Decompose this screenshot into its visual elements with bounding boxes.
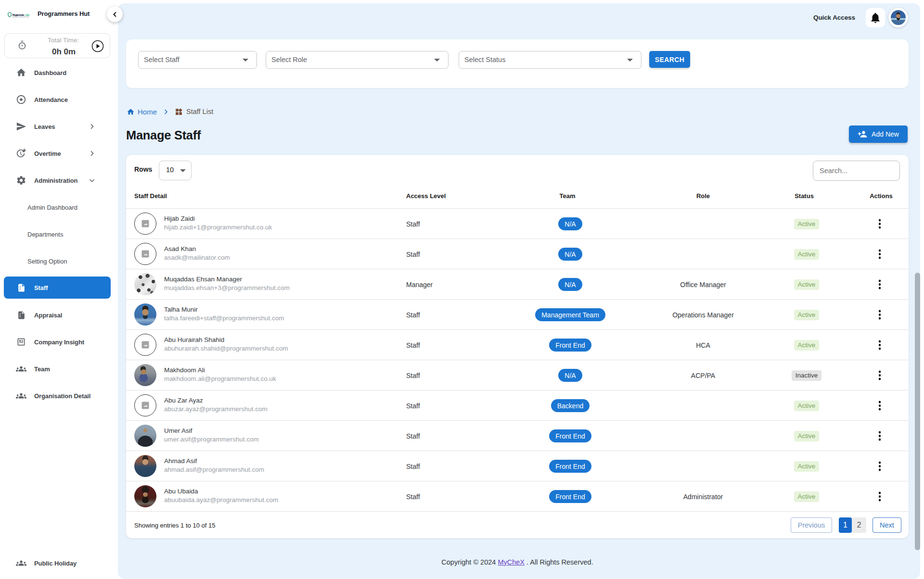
svg-text:Programmers: Programmers (13, 13, 25, 16)
svg-text:Hut: Hut (26, 13, 30, 16)
